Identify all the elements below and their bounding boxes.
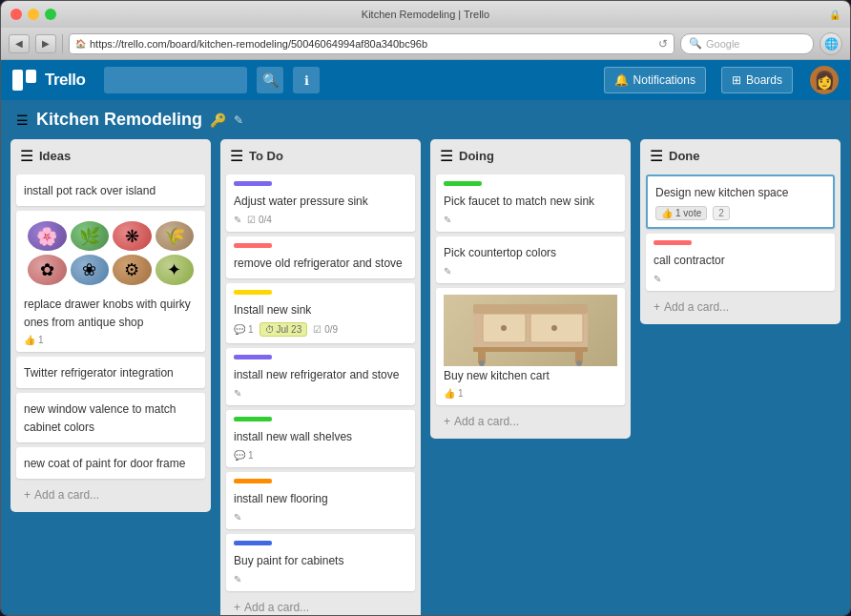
board-area: ☰ Kitchen Remodeling 🔑 ✎ ☰ Ideas install…: [1, 100, 850, 615]
add-card-label-doing: Add a card...: [454, 415, 519, 428]
add-card-label-todo: Add a card...: [244, 601, 309, 614]
trello-logo-text: Trello: [45, 71, 85, 90]
card-text-ideas-5: new coat of paint for door frame: [24, 457, 185, 470]
reload-icon[interactable]: ↺: [658, 37, 668, 51]
clock-icon-todo-3: ⏱: [265, 324, 275, 335]
vote-number-done-1: 2: [718, 208, 724, 218]
card-text-doing-2: Pick countertop colors: [444, 246, 556, 259]
globe-button[interactable]: 🌐: [820, 32, 842, 55]
card-todo-1[interactable]: Adjust water pressure sink ✎ ☑ 0/4 ✎: [226, 175, 415, 232]
trello-header: Trello 🔍 ℹ 🔔 Notifications ⊞ Boards 👩: [1, 60, 850, 100]
add-card-label-ideas: Add a card...: [34, 488, 99, 502]
browser-bar: ◀ ▶ 🏠 https://trello.com/board/kitchen-r…: [1, 28, 850, 60]
edit-meta-todo-7: ✎: [234, 574, 241, 585]
card-meta-todo-6: ✎: [234, 512, 407, 523]
notifications-button[interactable]: 🔔 Notifications: [604, 67, 706, 93]
boards-button[interactable]: ⊞ Boards: [721, 67, 793, 93]
knob-4: 🌾: [156, 221, 195, 252]
card-text-todo-5: install new wall shelves: [234, 430, 352, 443]
svg-point-7: [501, 325, 507, 331]
comment-meta-todo-5: 💬 1: [234, 450, 254, 461]
list-content-ideas: install pot rack over island ✎ 🌸 🌿 ❋ 🌾 ✿…: [10, 171, 211, 512]
card-todo-3[interactable]: Install new sink 💬 1 ⏱ Jul 23 ☑: [226, 283, 415, 344]
card-todo-2[interactable]: remove old refrigerator and stove ✎: [226, 236, 415, 278]
search-bar[interactable]: 🔍 Google: [680, 33, 814, 54]
card-label-todo-1: [234, 181, 272, 186]
card-done-2[interactable]: call contractor ✎ ✎: [646, 234, 835, 291]
close-button[interactable]: [10, 9, 22, 20]
back-button[interactable]: ◀: [9, 34, 30, 53]
card-meta-doing-3: 👍 1: [444, 388, 617, 399]
list-header-done: ☰ Done: [640, 139, 841, 171]
card-todo-6[interactable]: install new flooring ✎ ✎: [226, 472, 415, 529]
list-content-doing: Pick faucet to match new sink ✎ ✎ Pick c…: [430, 171, 631, 439]
card-meta-done-1: 👍 1 vote 2: [655, 206, 825, 220]
card-ideas-2[interactable]: 🌸 🌿 ❋ 🌾 ✿ ❀ ⚙ ✦ replace drawer knobs wit…: [16, 211, 205, 353]
comment-count-todo-3: 1: [248, 324, 254, 335]
avatar[interactable]: 👩: [810, 66, 839, 94]
vote-text-done-1: 1 vote: [675, 208, 701, 218]
maximize-button[interactable]: [45, 9, 56, 20]
card-text-ideas-4: new window valence to match cabinet colo…: [24, 402, 176, 434]
card-todo-7[interactable]: Buy paint for cabinets ✎ ✎: [226, 534, 415, 591]
pencil-icon-doing-1: ✎: [444, 215, 451, 225]
list-title-todo: To Do: [249, 149, 283, 163]
due-date-todo-3: Jul 23: [277, 324, 302, 335]
card-text-done-2: call contractor: [654, 254, 725, 267]
checklist-meta-todo-1: ☑ 0/4: [247, 215, 272, 225]
board-edit-icon[interactable]: ✎: [234, 113, 243, 127]
card-ideas-5[interactable]: new coat of paint for door frame ✎: [16, 447, 205, 479]
vote-count-ideas-2: 1: [38, 335, 44, 345]
card-todo-5[interactable]: install new wall shelves 💬 1 ✎: [226, 410, 415, 467]
card-label-todo-6: [234, 479, 272, 483]
card-text-ideas-1: install pot rack over island: [24, 184, 156, 197]
card-text-todo-4: install new refrigerator and stove: [234, 368, 399, 381]
card-doing-3[interactable]: Buy new kitchen cart 👍 1 ✎: [436, 288, 625, 406]
card-ideas-3[interactable]: Twitter refrigerator integration ✎: [16, 357, 205, 388]
card-done-1[interactable]: Design new kitchen space 👍 1 vote 2 ✎: [646, 175, 835, 229]
search-button[interactable]: 🔍: [257, 67, 283, 93]
vote-meta-doing-3: 👍 1: [444, 388, 464, 399]
forward-button[interactable]: ▶: [35, 34, 56, 53]
pencil-icon-done-2: ✎: [654, 274, 661, 284]
minimize-button[interactable]: [28, 9, 39, 20]
card-ideas-1[interactable]: install pot rack over island ✎: [16, 175, 205, 206]
knob-2: 🌿: [71, 221, 110, 252]
add-icon-todo: +: [234, 601, 240, 614]
checklist-count-todo-3: 0/9: [324, 324, 338, 335]
notifications-label: Notifications: [633, 73, 695, 87]
edit-meta-doing-1: ✎: [444, 215, 451, 225]
window: Kitchen Remodeling | Trello 🔒 ◀ ▶ 🏠 http…: [0, 0, 851, 616]
edit-meta-doing-2: ✎: [444, 266, 451, 277]
add-card-button-doing[interactable]: + Add a card...: [436, 410, 625, 433]
kitchen-cart-image: [444, 295, 617, 366]
card-meta-todo-3: 💬 1 ⏱ Jul 23 ☑ 0/9: [234, 322, 407, 337]
list-content-done: Design new kitchen space 👍 1 vote 2 ✎: [640, 171, 841, 324]
card-meta-done-2: ✎: [654, 274, 827, 284]
card-doing-2[interactable]: Pick countertop colors ✎ ✎: [436, 236, 625, 283]
comment-icon-todo-5: 💬: [234, 450, 245, 461]
url-bar[interactable]: 🏠 https://trello.com/board/kitchen-remod…: [69, 33, 675, 54]
add-card-button-ideas[interactable]: + Add a card...: [16, 483, 205, 506]
list-header-doing: ☰ Doing: [430, 139, 631, 171]
kitchen-cart-svg: [468, 295, 592, 366]
url-icon: 🏠: [75, 39, 86, 49]
card-label-todo-2: [234, 243, 272, 248]
list-ideas: ☰ Ideas install pot rack over island ✎ 🌸…: [10, 139, 211, 512]
titlebar: Kitchen Remodeling | Trello 🔒: [1, 1, 850, 28]
add-card-button-done[interactable]: + Add a card...: [646, 296, 835, 318]
pencil-icon-todo-4: ✎: [234, 388, 241, 399]
add-card-button-todo[interactable]: + Add a card...: [226, 596, 415, 615]
card-ideas-4[interactable]: new window valence to match cabinet colo…: [16, 393, 205, 442]
card-todo-4[interactable]: install new refrigerator and stove ✎ ✎: [226, 348, 415, 405]
card-doing-1[interactable]: Pick faucet to match new sink ✎ ✎: [436, 175, 625, 232]
card-text-todo-6: install new flooring: [234, 492, 328, 505]
board-star-icon[interactable]: 🔑: [210, 113, 226, 128]
card-meta-doing-2: ✎: [444, 266, 617, 277]
comment-meta-todo-3: 💬 1: [234, 324, 254, 335]
trello-search-input[interactable]: [104, 67, 247, 93]
pencil-icon-todo-1: ✎: [234, 215, 241, 225]
info-button[interactable]: ℹ: [293, 67, 320, 93]
trello-logo-icon: [12, 70, 39, 91]
boards-icon: ⊞: [732, 73, 741, 87]
